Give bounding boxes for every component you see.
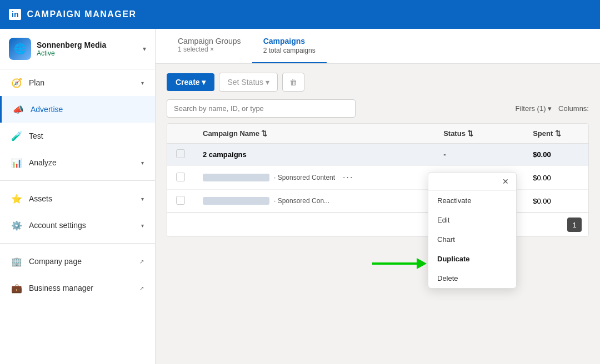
logo-container: in CAMPAIGN MANAGER — [9, 9, 136, 20]
th-campaign-name[interactable]: Campaign Name ⇅ — [194, 124, 434, 144]
account-status: Active — [37, 49, 137, 57]
tab-campaigns-sub: 2 total campaigns — [263, 47, 316, 54]
context-menu-reactivate[interactable]: Reactivate — [428, 191, 516, 210]
toolbar: Create ▾ Set Status ▾ 🗑 — [167, 73, 589, 92]
group-checkbox-cell[interactable] — [167, 144, 194, 166]
group-status-cell: - — [434, 144, 524, 166]
account-name: Sonnenberg Media — [37, 41, 137, 49]
row2-checkbox-cell[interactable] — [167, 190, 194, 213]
chevron-down-icon: ▾ — [141, 80, 144, 86]
context-menu-header: ✕ — [428, 173, 516, 191]
context-menu-delete[interactable]: Delete — [428, 269, 516, 288]
sidebar-item-label-company: Company page — [29, 257, 82, 266]
analyze-icon: 📊 — [11, 157, 22, 168]
sidebar-item-label-business: Business manager — [29, 284, 93, 292]
row2-checkbox[interactable] — [176, 196, 185, 205]
row1-checkbox-cell[interactable] — [167, 166, 194, 190]
row1-checkbox[interactable] — [176, 173, 185, 181]
tab-campaign-groups-sub: 1 selected × — [178, 46, 241, 53]
test-icon: 🧪 — [11, 130, 22, 141]
sidebar-item-label-analyze: Analyze — [29, 158, 57, 167]
sidebar-item-label-account-settings: Account settings — [29, 221, 86, 230]
tab-campaigns[interactable]: Campaigns 2 total campaigns — [252, 29, 327, 63]
pagination-row: 1 — [167, 213, 588, 236]
filters-button[interactable]: Filters (1) ▾ — [516, 104, 552, 113]
main-content: Campaign Groups 1 selected × Campaigns 2… — [156, 29, 600, 364]
row2-name-cell: · Sponsored Con... — [194, 190, 434, 213]
sidebar: 🌐 Sonnenberg Media Active ▾ 🧭 Plan ▾ 📣 A… — [0, 29, 156, 364]
tab-campaign-groups-label: Campaign Groups — [178, 37, 241, 46]
table-row: · Sponsored Content ··· Completed ▾ — [167, 166, 588, 190]
delete-button[interactable]: 🗑 — [282, 73, 304, 92]
plan-icon: 🧭 — [11, 77, 22, 88]
account-info: Sonnenberg Media Active — [37, 41, 137, 57]
table-group-row: 2 campaigns - $0.00 — [167, 144, 588, 166]
row2-blurred-name — [203, 197, 269, 205]
arrow-head — [417, 258, 427, 269]
row1-blurred-name — [203, 174, 269, 181]
group-spent-cell: $0.00 — [524, 144, 588, 166]
sidebar-item-test[interactable]: 🧪 Test — [0, 123, 155, 149]
sidebar-item-company-page[interactable]: 🏢 Company page ↗ — [0, 248, 155, 275]
business-icon: 💼 — [11, 282, 22, 294]
nav-divider-2 — [0, 243, 155, 244]
context-menu-close-button[interactable]: ✕ — [499, 176, 512, 187]
create-button[interactable]: Create ▾ — [167, 73, 214, 91]
group-name-cell: 2 campaigns — [194, 144, 434, 166]
chevron-down-icon: ▾ — [141, 160, 144, 166]
tab-bar: Campaign Groups 1 selected × Campaigns 2… — [156, 29, 600, 64]
tab-campaign-groups[interactable]: Campaign Groups 1 selected × — [167, 29, 252, 63]
table-row: · Sponsored Con... Completed ▾ $0.00 — [167, 190, 588, 213]
sidebar-item-label-advertise: Advertise — [31, 105, 63, 114]
row1-type: · Sponsored Content — [274, 174, 335, 181]
context-menu-edit[interactable]: Edit — [428, 210, 516, 230]
arrow-line — [372, 262, 417, 265]
chevron-down-icon: ▾ — [141, 196, 144, 202]
assets-icon: ⭐ — [11, 193, 22, 204]
table: Campaign Name ⇅ Status ⇅ Spent ⇅ 2 campa… — [167, 124, 588, 213]
sidebar-item-account-settings[interactable]: ⚙️ Account settings ▾ — [0, 212, 155, 239]
settings-icon: ⚙️ — [11, 220, 22, 231]
row2-type: · Sponsored Con... — [274, 197, 329, 205]
nav-divider — [0, 180, 155, 181]
campaigns-table: Campaign Name ⇅ Status ⇅ Spent ⇅ 2 campa… — [167, 123, 589, 237]
tab-campaigns-label: Campaigns — [263, 37, 305, 46]
page-number[interactable]: 1 — [567, 218, 582, 232]
content-area: Create ▾ Set Status ▾ 🗑 Filters (1) ▾ Co… — [156, 64, 600, 364]
arrow-indicator — [372, 258, 427, 269]
external-link-icon: ↗ — [139, 285, 144, 291]
sidebar-item-label-test: Test — [29, 132, 43, 140]
context-menu-duplicate[interactable]: Duplicate — [428, 249, 516, 269]
app-header: in CAMPAIGN MANAGER — [0, 0, 600, 29]
search-input[interactable] — [167, 99, 356, 118]
table-header-row: Campaign Name ⇅ Status ⇅ Spent ⇅ — [167, 124, 588, 144]
set-status-button[interactable]: Set Status ▾ — [219, 73, 277, 92]
account-section[interactable]: 🌐 Sonnenberg Media Active ▾ — [0, 29, 155, 69]
row2-spent-cell: $0.00 — [524, 190, 588, 213]
account-chevron-icon: ▾ — [143, 45, 146, 53]
app-title: CAMPAIGN MANAGER — [27, 9, 136, 19]
account-avatar: 🌐 — [9, 38, 31, 60]
advertise-icon: 📣 — [13, 104, 24, 115]
th-spent[interactable]: Spent ⇅ — [524, 124, 588, 144]
columns-label: Columns: — [558, 104, 589, 113]
context-menu-chart[interactable]: Chart — [428, 230, 516, 249]
th-checkbox — [167, 124, 194, 144]
sidebar-item-analyze[interactable]: 📊 Analyze ▾ — [0, 149, 155, 176]
sidebar-item-plan[interactable]: 🧭 Plan ▾ — [0, 69, 155, 96]
external-link-icon: ↗ — [139, 259, 144, 265]
row1-spent-cell: $0.00 — [524, 166, 588, 190]
search-bar-row: Filters (1) ▾ Columns: — [167, 99, 589, 118]
sidebar-item-label-assets: Assets — [29, 194, 52, 203]
company-icon: 🏢 — [11, 256, 22, 267]
context-menu: ✕ Reactivate Edit Chart Duplicate Delete — [428, 172, 517, 289]
linkedin-logo: in — [9, 9, 21, 20]
chevron-down-icon: ▾ — [141, 223, 144, 229]
group-checkbox[interactable] — [176, 149, 185, 158]
th-status[interactable]: Status ⇅ — [434, 124, 524, 144]
main-layout: 🌐 Sonnenberg Media Active ▾ 🧭 Plan ▾ 📣 A… — [0, 29, 600, 364]
sidebar-item-assets[interactable]: ⭐ Assets ▾ — [0, 185, 155, 212]
sidebar-item-business-manager[interactable]: 💼 Business manager ↗ — [0, 275, 155, 301]
sidebar-item-advertise[interactable]: 📣 Advertise — [0, 96, 155, 123]
row1-more-options[interactable]: ··· — [339, 171, 357, 184]
